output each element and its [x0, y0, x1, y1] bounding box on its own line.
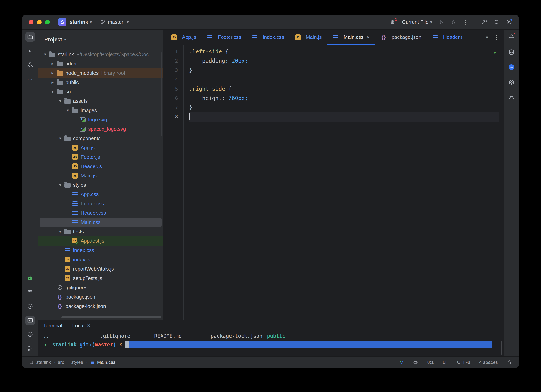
run-configuration-selector[interactable]: Current File	[402, 19, 432, 25]
terminal-scrollbar[interactable]	[501, 340, 502, 355]
terminal-panel-tab[interactable]: Terminal	[43, 320, 62, 331]
version-control-tool-icon[interactable]	[26, 344, 35, 353]
breadcrumb-main-css[interactable]: Main.css	[90, 360, 115, 365]
tree-item-app-js[interactable]: App.js	[38, 143, 163, 152]
run-button[interactable]	[438, 19, 444, 25]
tree-item-index-js[interactable]: index.js	[38, 255, 163, 264]
chevron-down-icon[interactable]	[49, 89, 56, 94]
line-separator-widget[interactable]: LF	[443, 360, 448, 365]
git-branch-widget[interactable]: master	[100, 19, 129, 25]
tree-item-report-web-vitals-js[interactable]: reportWebVitals.js	[38, 264, 163, 273]
tree-item-public[interactable]: public	[38, 78, 163, 87]
readonly-lock-icon[interactable]	[507, 360, 512, 365]
chevron-down-icon[interactable]	[42, 52, 49, 57]
tree-item-node-modules[interactable]: node_moduleslibrary root	[38, 68, 163, 78]
ideavim-icon[interactable]	[399, 360, 404, 365]
debug-button[interactable]	[450, 19, 456, 25]
tab-header-css[interactable]: Header.cs	[426, 30, 462, 45]
settings-gear-icon[interactable]	[506, 19, 512, 25]
hidden-tabs-chevron-icon[interactable]	[486, 35, 488, 40]
tree-item-styles[interactable]: styles	[38, 180, 163, 190]
tree-item-index-css[interactable]: index.css	[38, 246, 163, 255]
chevron-down-icon[interactable]	[57, 182, 64, 187]
chevron-right-icon[interactable]	[49, 61, 56, 66]
copilot-tool-icon[interactable]	[507, 93, 516, 102]
encoding-widget[interactable]: UTF-8	[457, 360, 470, 365]
search-everywhere-icon[interactable]	[494, 19, 500, 25]
tree-item-setup-tests-js[interactable]: setupTests.js	[38, 273, 163, 283]
tree-item-idea[interactable]: .idea	[38, 59, 163, 68]
notifications-bell-icon[interactable]	[507, 32, 516, 41]
tree-item-images[interactable]: images	[38, 106, 163, 115]
tree-vertical-scrollbar[interactable]	[161, 52, 162, 136]
breadcrumb-project[interactable]: starlink	[36, 360, 51, 365]
chevron-down-icon[interactable]	[57, 98, 64, 103]
chevron-right-icon[interactable]	[49, 71, 56, 76]
tree-item-gitignore[interactable]: .gitignore	[38, 283, 163, 292]
project-icon[interactable]: S	[58, 18, 67, 26]
tree-item-components[interactable]: components	[38, 134, 163, 143]
minimize-window-button[interactable]	[37, 20, 42, 25]
chevron-down-icon[interactable]	[90, 20, 92, 25]
tree-item-starlink[interactable]: starlink~/Desktop/Projects/SpaceX/Coc	[38, 50, 163, 59]
tree-item-tests[interactable]: tests	[38, 227, 163, 236]
code-with-me-icon[interactable]	[481, 19, 487, 25]
project-name[interactable]: starlink	[70, 19, 88, 25]
services-tool-icon[interactable]	[26, 302, 35, 311]
editor-gutter[interactable]: 1 2 3 4 5 6 7 8	[163, 45, 184, 320]
project-tool-icon[interactable]	[26, 32, 35, 41]
tree-item-main-js[interactable]: Main.js	[38, 171, 163, 180]
terminal-tool-icon[interactable]	[26, 316, 35, 325]
tree-item-header-css[interactable]: Header.css	[38, 208, 163, 217]
tree-item-footer-css[interactable]: Footer.css	[38, 199, 163, 208]
breadcrumb-src[interactable]: src	[58, 360, 64, 365]
tree-item-footer-js[interactable]: Footer.js	[38, 152, 163, 162]
problems-tool-icon[interactable]	[26, 330, 35, 339]
chevron-down-icon[interactable]	[64, 108, 71, 113]
indent-widget[interactable]: 4 spaces	[479, 360, 498, 365]
tab-app-js[interactable]: App.js	[165, 30, 201, 45]
tree-item-package-json[interactable]: package.json	[38, 292, 163, 301]
tree-item-app-test-js[interactable]: App.test.js	[38, 236, 163, 246]
chevron-right-icon[interactable]	[49, 80, 56, 85]
tree-item-src[interactable]: src	[38, 87, 163, 96]
caret-position-widget[interactable]: 8:1	[427, 360, 434, 365]
tree-item-main-css[interactable]: Main.css	[40, 217, 162, 227]
chatgpt-tool-icon[interactable]	[507, 78, 516, 87]
line-number[interactable]: 6	[163, 94, 183, 103]
terminal-output[interactable]: .. .gitignore README.md package-lock.jso…	[38, 331, 504, 356]
code-area[interactable]: .left-side{ padding:20px; } .right-side{…	[184, 45, 504, 320]
line-number[interactable]: 5	[163, 84, 183, 94]
line-number[interactable]: 7	[163, 103, 183, 112]
tab-index-css[interactable]: index.css	[246, 30, 289, 45]
close-icon[interactable]	[367, 34, 370, 40]
more-actions-icon[interactable]	[463, 19, 468, 26]
debugger-bug-icon[interactable]: ✗	[390, 19, 396, 25]
zoom-window-button[interactable]	[45, 20, 50, 25]
chevron-down-icon[interactable]	[57, 136, 64, 141]
tree-horizontal-scrollbar[interactable]	[61, 316, 161, 318]
ai-assistant-icon[interactable]	[26, 274, 35, 283]
tree-item-spacex-logo-svg[interactable]: spacex_logo.svg	[38, 124, 163, 134]
tab-main-css[interactable]: Main.css	[327, 30, 375, 45]
line-number[interactable]: 2	[163, 56, 183, 66]
commit-tool-icon[interactable]	[26, 46, 35, 56]
tab-footer-css[interactable]: Footer.css	[201, 30, 246, 45]
tree-item-package-lock-json[interactable]: package-lock.json	[38, 301, 163, 311]
line-number[interactable]: 1	[163, 47, 183, 56]
copilot-status-icon[interactable]	[413, 360, 418, 365]
tree-item-logo-svg[interactable]: logo.svg	[38, 115, 163, 124]
tab-options-icon[interactable]	[494, 34, 499, 41]
close-icon[interactable]	[87, 322, 90, 329]
tree-item-header-js[interactable]: Header.js	[38, 162, 163, 171]
tree-item-app-css[interactable]: App.css	[38, 190, 163, 199]
breadcrumb-styles[interactable]: styles	[71, 360, 83, 365]
inspection-ok-icon[interactable]	[494, 47, 498, 57]
terminal-session-tab[interactable]: Local	[72, 320, 90, 331]
tree-item-assets[interactable]: assets	[38, 96, 163, 106]
close-window-button[interactable]	[29, 20, 33, 25]
tab-main-js[interactable]: Main.js	[289, 30, 327, 45]
line-number[interactable]: 4	[163, 75, 183, 84]
build-tool-icon[interactable]	[26, 288, 35, 297]
chevron-down-icon[interactable]	[57, 229, 64, 234]
